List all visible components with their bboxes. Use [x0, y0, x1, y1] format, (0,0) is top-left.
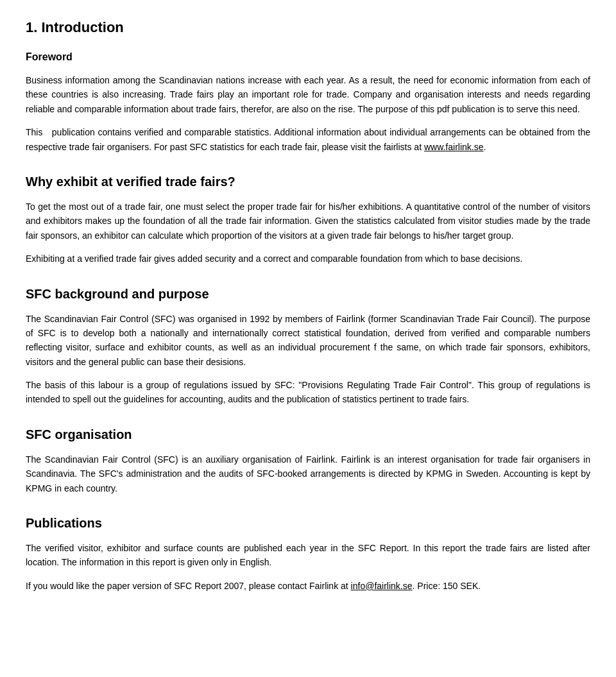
why-exhibit-heading: Why exhibit at verified trade fairs?: [26, 175, 590, 189]
sfc-background-paragraph-2: The basis of this labour is a group of r…: [26, 378, 590, 407]
foreword-paragraph-1: Business information among the Scandinav…: [26, 73, 590, 116]
fairlink-email-link[interactable]: info@fairlink.se: [351, 581, 413, 591]
sfc-background-heading: SFC background and purpose: [26, 287, 590, 302]
page-title: 1. Introduction: [26, 19, 590, 36]
foreword-heading: Foreword: [26, 51, 590, 63]
sfc-organisation-paragraph: The Scandinavian Fair Control (SFC) is a…: [26, 452, 590, 495]
fairlink-link[interactable]: www.fairlink.se: [424, 142, 484, 152]
foreword-paragraph-2: This publication contains verified and c…: [26, 125, 590, 154]
page-container: 1. Introduction Foreword Business inform…: [26, 19, 590, 593]
publications-paragraph-1: The verified visitor, exhibitor and surf…: [26, 541, 590, 570]
why-exhibit-paragraph-2: Exhibiting at a verified trade fair give…: [26, 252, 590, 266]
publications-paragraph-2: If you would like the paper version of S…: [26, 579, 590, 593]
sfc-background-paragraph-1: The Scandinavian Fair Control (SFC) was …: [26, 312, 590, 370]
why-exhibit-paragraph-1: To get the most out of a trade fair, one…: [26, 200, 590, 243]
sfc-organisation-heading: SFC organisation: [26, 427, 590, 442]
publications-heading: Publications: [26, 516, 590, 531]
